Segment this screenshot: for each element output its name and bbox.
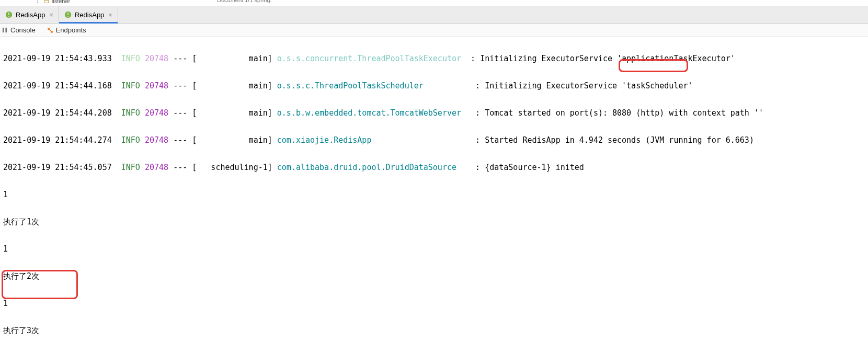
console-icon bbox=[2, 27, 8, 33]
spring-boot-icon bbox=[64, 11, 72, 18]
close-icon[interactable]: × bbox=[49, 11, 53, 19]
log-line: 2021-09-19 21:54:44.208 INFO 20748 --- [… bbox=[3, 106, 868, 120]
log-line: 2021-09-19 21:54:43.933 INFO 20748 --- [… bbox=[3, 52, 868, 65]
spring-boot-icon bbox=[5, 11, 13, 18]
close-icon[interactable]: × bbox=[108, 11, 112, 19]
svg-rect-1 bbox=[5, 28, 7, 32]
output-line: 1 bbox=[3, 188, 868, 201]
svg-rect-0 bbox=[3, 28, 4, 32]
console-output[interactable]: 2021-09-19 21:54:43.933 INFO 20748 --- [… bbox=[0, 37, 868, 352]
tab-label: RedisApp bbox=[75, 11, 104, 19]
tab-label: RedisApp bbox=[16, 11, 45, 19]
folder-icon: 🗀 bbox=[43, 0, 49, 4]
log-line: 2021-09-19 21:54:44.274 INFO 20748 --- [… bbox=[3, 133, 868, 147]
tab-redisapp-2[interactable]: RedisApp × bbox=[59, 6, 118, 23]
project-tree-fragment: › 🗀 listener bbox=[37, 0, 70, 4]
output-line: 执行了2次 bbox=[3, 269, 868, 283]
sub-tab-label: Console bbox=[10, 26, 36, 34]
editor-tab-bar: RedisApp × RedisApp × bbox=[0, 6, 868, 24]
sub-tab-console[interactable]: Console bbox=[2, 26, 36, 34]
tree-item-label[interactable]: listener bbox=[52, 0, 70, 4]
output-line: 1 bbox=[3, 297, 868, 310]
log-line: 2021-09-19 21:54:44.168 INFO 20748 --- [… bbox=[3, 79, 868, 93]
output-line: 执行了3次 bbox=[3, 324, 868, 337]
tree-expand-icon[interactable]: › bbox=[37, 0, 39, 4]
tab-redisapp-1[interactable]: RedisApp × bbox=[0, 6, 59, 23]
top-bar-fragment: › 🗀 listener Document 1/1 spring. bbox=[0, 0, 868, 6]
log-line: 2021-09-19 21:54:45.057 INFO 20748 --- [… bbox=[3, 161, 868, 174]
endpoints-icon bbox=[47, 27, 53, 33]
sub-tab-label: Endpoints bbox=[56, 26, 86, 34]
svg-line-4 bbox=[49, 29, 52, 32]
output-line: 执行了1次 bbox=[3, 215, 868, 229]
sub-tab-endpoints[interactable]: Endpoints bbox=[47, 26, 86, 34]
output-line: 1 bbox=[3, 242, 868, 256]
run-tool-sub-tab-bar: Console Endpoints bbox=[0, 24, 868, 37]
top-right-fragment: Document 1/1 spring. bbox=[217, 0, 272, 3]
